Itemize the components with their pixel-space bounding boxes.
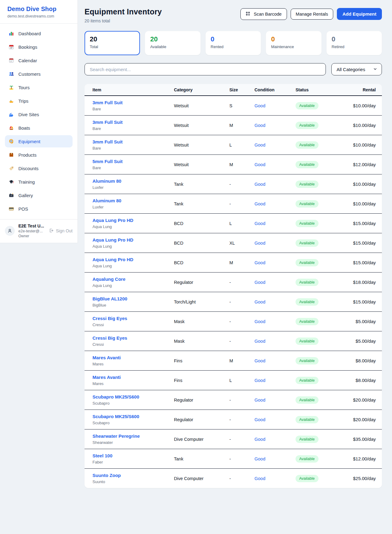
item-name-link[interactable]: 3mm Full Suit [92,120,123,125]
item-name-link[interactable]: Mares Avanti [92,375,121,380]
item-name-link[interactable]: Aluminum 80 [92,178,121,184]
item-brand: Aqua Lung [92,283,167,288]
item-brand: Scubapro [92,401,167,406]
category-select[interactable]: All Categories [331,63,382,75]
item-name-link[interactable]: Aluminum 80 [92,198,121,203]
shop-subdomain: demo.test.divestreams.com [7,14,70,18]
sidebar-item-label: Tours [18,85,30,90]
sidebar-item-label: Gallery [18,193,33,198]
item-name-link[interactable]: Aqua Lung Pro HD [92,218,133,223]
condition-link[interactable]: Good [254,437,265,442]
condition-link[interactable]: Good [254,299,265,304]
condition-link[interactable]: Good [254,143,265,147]
condition-link[interactable]: Good [254,476,265,481]
item-name-link[interactable]: Suunto Zoop [92,473,121,478]
item-name-link[interactable]: Steel 100 [92,453,112,458]
status-badge: Available [296,220,318,227]
condition-link[interactable]: Good [254,182,265,187]
condition-link[interactable]: Good [254,280,265,285]
condition-link[interactable]: Good [254,103,265,108]
sidebar-nav: Dashboard17BookingsCalendarCustomersTour… [0,24,77,219]
trips-icon [9,98,14,104]
stat-card-total[interactable]: 20Total [85,31,140,55]
user-block: E2E Test U... e2e-tester@... Owner Sign … [0,219,77,243]
item-name-link[interactable]: 3mm Full Suit [92,100,123,105]
equipment-table: ItemCategorySizeConditionStatusRental 3m… [85,84,382,488]
category-cell: Regulator [170,410,226,429]
item-name-link[interactable]: Scubapro MK25/S600 [92,394,139,399]
condition-link[interactable]: Good [254,398,265,402]
scan-barcode-button[interactable]: Scan Barcode [240,8,287,20]
item-brand: BigBlue [92,303,167,307]
sidebar-item-discounts[interactable]: Discounts [5,162,73,174]
search-input[interactable] [85,63,326,75]
item-name-link[interactable]: BigBlue AL1200 [92,296,127,301]
condition-link[interactable]: Good [254,123,265,128]
condition-link[interactable]: Good [254,260,265,265]
item-name-link[interactable]: Shearwater Peregrine [92,433,140,439]
item-cell: 3mm Full SuitBare [85,135,170,155]
sign-out-button[interactable]: Sign Out [49,228,73,234]
item-name-link[interactable]: Scubapro MK25/S600 [92,414,139,419]
sidebar-item-products[interactable]: Products [5,149,73,161]
size-cell: M [226,351,251,371]
item-name-link[interactable]: Aqua Lung Pro HD [92,257,133,262]
condition-link[interactable]: Good [254,241,265,246]
status-cell: Available [292,273,338,292]
sidebar-item-dive-sites[interactable]: Dive Sites [5,108,73,120]
category-cell: Mask [170,312,226,331]
condition-link[interactable]: Good [254,456,265,461]
table-row: Scubapro MK25/S600ScubaproRegulator-Good… [85,390,382,410]
sidebar-item-training[interactable]: Training [5,176,73,188]
item-name-link[interactable]: 3mm Full Suit [92,139,123,144]
condition-cell: Good [251,135,292,155]
condition-link[interactable]: Good [254,417,265,422]
item-brand: Aqua Lung [92,244,167,249]
sidebar-item-customers[interactable]: Customers [5,68,73,80]
condition-link[interactable]: Good [254,221,265,226]
rental-cell: $15.00/day [338,292,382,312]
size-cell: - [226,292,251,312]
sidebar-item-tours[interactable]: Tours [5,81,73,93]
rental-cell: $15.00/day [338,233,382,253]
condition-link[interactable]: Good [254,162,265,167]
table-row: Cressi Big EyesCressiMask-GoodAvailable$… [85,331,382,351]
stat-card-available[interactable]: 20Available [145,31,200,55]
stat-card-retired[interactable]: 0Retired [326,31,382,55]
sidebar-item-gallery[interactable]: Gallery [5,189,73,201]
condition-link[interactable]: Good [254,319,265,324]
condition-cell: Good [251,312,292,331]
sidebar-item-equipment[interactable]: Equipment [5,135,73,147]
status-cell: Available [292,96,338,116]
sidebar-item-calendar[interactable]: Calendar [5,54,73,67]
item-name-link[interactable]: Aqua Lung Pro HD [92,237,133,242]
condition-link[interactable]: Good [254,339,265,344]
item-name-link[interactable]: 5mm Full Suit [92,159,123,164]
manage-rentals-button[interactable]: Manage Rentals [291,9,334,20]
rental-cell: $15.00/day [338,253,382,273]
category-cell: BCD [170,253,226,273]
item-name-link[interactable]: Aqualung Core [92,277,126,282]
item-name-link[interactable]: Mares Avanti [92,355,121,360]
item-name-link[interactable]: Cressi Big Eyes [92,316,127,321]
rental-cell: $10.00/day [338,174,382,194]
stat-card-rented[interactable]: 0Rented [205,31,261,55]
condition-link[interactable]: Good [254,358,265,363]
item-cell: 5mm Full SuitBare [85,155,170,174]
stat-card-maintenance[interactable]: 0Maintenance [266,31,321,55]
sidebar-item-dashboard[interactable]: Dashboard [5,27,73,40]
table-row: Aqua Lung Pro HDAqua LungBCDMGoodAvailab… [85,253,382,273]
item-cell: Aqualung CoreAqua Lung [85,273,170,292]
status-badge: Available [296,239,318,247]
add-equipment-button[interactable]: Add Equipment [337,8,382,20]
condition-link[interactable]: Good [254,201,265,206]
sidebar-item-trips[interactable]: Trips [5,95,73,107]
sidebar-item-boats[interactable]: Boats [5,122,73,134]
condition-link[interactable]: Good [254,378,265,383]
sidebar-item-pos[interactable]: POS [5,203,73,215]
item-name-link[interactable]: Cressi Big Eyes [92,335,127,341]
column-header-item: Item [85,84,170,96]
sidebar-item-bookings[interactable]: 17Bookings [5,41,73,53]
discounts-icon [9,166,14,171]
item-cell: Shearwater PeregrineShearwater [85,429,170,449]
